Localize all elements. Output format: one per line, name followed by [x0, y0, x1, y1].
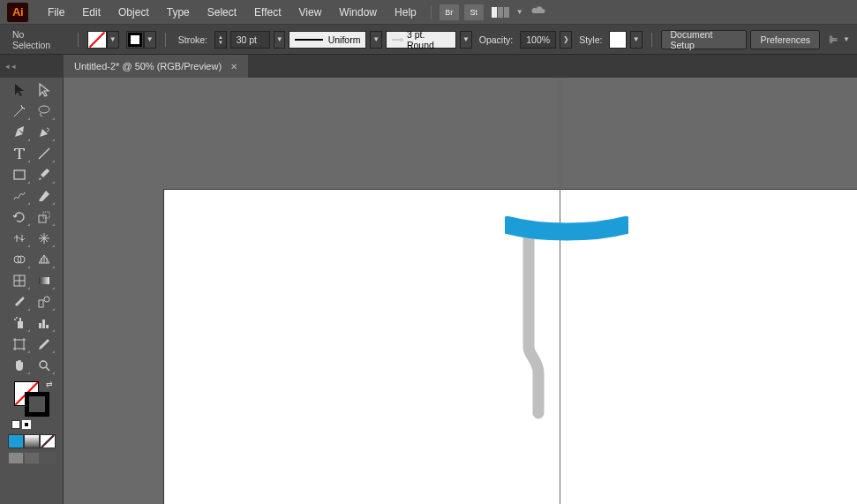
artboard-tool[interactable] — [7, 334, 32, 355]
pen-tool[interactable] — [7, 122, 32, 143]
variable-width-profile[interactable]: Uniform — [289, 31, 366, 49]
chevron-down-icon[interactable]: ▼ — [843, 35, 850, 43]
type-tool[interactable] — [7, 143, 32, 164]
svg-point-12 — [40, 361, 47, 368]
stroke-weight-value[interactable]: 30 pt — [230, 31, 270, 49]
menu-object[interactable]: Object — [109, 3, 158, 22]
menu-select[interactable]: Select — [199, 3, 245, 22]
stroke-control[interactable]: ▼ — [126, 31, 156, 49]
menu-file[interactable]: File — [39, 3, 73, 22]
column-graph-tool[interactable] — [32, 312, 56, 334]
menu-window[interactable]: Window — [330, 3, 386, 22]
canvas[interactable] — [64, 78, 857, 504]
shape-builder-tool[interactable] — [7, 249, 32, 270]
stroke-indicator[interactable] — [25, 392, 49, 417]
selection-status: No Selection — [7, 29, 69, 50]
color-mode-color[interactable] — [8, 434, 24, 448]
menu-view[interactable]: View — [290, 3, 331, 22]
line-segment-tool[interactable] — [32, 143, 56, 164]
fill-control[interactable]: ▼ — [87, 31, 119, 49]
control-bar: No Selection ▼ ▼ Stroke: 30 pt ▼ Uniform… — [0, 25, 857, 55]
stroke-dropdown[interactable]: ▼ — [144, 31, 156, 49]
scale-tool[interactable] — [32, 207, 56, 228]
selection-tool[interactable] — [7, 79, 32, 101]
svg-rect-1 — [39, 215, 46, 222]
sync-settings-icon[interactable] — [530, 4, 546, 19]
menu-help[interactable]: Help — [386, 3, 425, 22]
default-fill-stroke[interactable] — [11, 420, 31, 429]
zoom-tool[interactable] — [32, 355, 56, 376]
opacity-value[interactable]: 100% — [520, 31, 556, 49]
document-setup-button[interactable]: Document Setup — [661, 30, 748, 49]
brush-preview-icon — [392, 34, 402, 45]
brush-dropdown[interactable]: ▼ — [460, 31, 472, 49]
artwork-blue-path[interactable] — [505, 216, 628, 243]
perspective-grid-tool[interactable] — [32, 249, 56, 270]
tab-title: Untitled-2* @ 50% (RGB/Preview) — [74, 61, 222, 71]
arrange-documents-icon[interactable] — [492, 7, 509, 18]
menu-edit[interactable]: Edit — [73, 3, 109, 22]
close-tab-icon[interactable]: ✕ — [230, 62, 237, 71]
stroke-label[interactable]: Stroke: — [175, 34, 211, 45]
align-to-icon[interactable]: ⊫ — [829, 34, 838, 46]
stock-icon[interactable]: St — [464, 4, 484, 20]
shaper-tool[interactable] — [7, 185, 32, 207]
slice-tool[interactable] — [32, 334, 56, 355]
width-tool[interactable] — [7, 228, 32, 249]
hand-tool[interactable] — [7, 355, 32, 376]
style-swatch[interactable] — [609, 31, 626, 49]
chevron-down-icon[interactable]: ▼ — [516, 8, 523, 16]
draw-inside[interactable] — [40, 452, 56, 464]
free-transform-tool[interactable] — [32, 228, 56, 249]
stroke-swatch[interactable] — [126, 31, 144, 49]
blend-tool[interactable] — [32, 291, 56, 312]
menu-effect[interactable]: Effect — [245, 3, 289, 22]
rectangle-tool[interactable] — [7, 164, 32, 185]
svg-point-8 — [44, 297, 49, 302]
swap-fill-stroke-icon[interactable]: ⇄ — [46, 380, 53, 388]
preferences-button[interactable]: Preferences — [750, 30, 820, 49]
artwork-grey-path[interactable] — [521, 232, 556, 426]
lasso-tool[interactable] — [32, 101, 56, 122]
divider — [431, 5, 432, 19]
eraser-tool[interactable] — [32, 185, 56, 207]
color-mode-none[interactable] — [40, 434, 56, 448]
style-dropdown[interactable]: ▼ — [630, 31, 643, 49]
profile-label: Uniform — [328, 34, 361, 45]
draw-behind[interactable] — [24, 452, 40, 464]
paintbrush-tool[interactable] — [32, 164, 56, 185]
rotate-tool[interactable] — [7, 207, 32, 228]
stroke-weight-dropdown[interactable]: ▼ — [274, 31, 286, 49]
profile-dropdown[interactable]: ▼ — [370, 31, 382, 49]
fill-stroke-control[interactable]: ⇄ — [14, 381, 49, 417]
svg-rect-6 — [39, 277, 49, 284]
panel-collapse-handle[interactable]: ◂◂ — [0, 55, 64, 78]
bridge-icon[interactable]: Br — [440, 4, 459, 20]
draw-normal[interactable] — [8, 452, 24, 464]
stroke-preview-icon — [295, 39, 322, 41]
direct-selection-tool[interactable] — [32, 79, 56, 101]
fill-swatch[interactable] — [87, 31, 107, 49]
style-label[interactable]: Style: — [575, 34, 605, 45]
app-logo: Ai — [7, 3, 28, 22]
brush-definition[interactable]: 3 pt. Round — [386, 31, 456, 49]
opacity-label[interactable]: Opacity: — [476, 34, 517, 45]
svg-rect-11 — [15, 340, 24, 349]
color-mode-gradient[interactable] — [24, 434, 40, 448]
symbol-sprayer-tool[interactable] — [7, 312, 32, 334]
draw-mode-row — [8, 452, 56, 464]
color-mode-row — [8, 434, 56, 448]
document-tab[interactable]: Untitled-2* @ 50% (RGB/Preview) ✕ — [64, 55, 249, 78]
document-tabs: ◂◂ Untitled-2* @ 50% (RGB/Preview) ✕ — [0, 55, 857, 78]
curvature-tool[interactable] — [32, 122, 56, 143]
menu-bar: Ai File Edit Object Type Select Effect V… — [0, 0, 857, 25]
eyedropper-tool[interactable] — [7, 291, 32, 312]
gradient-tool[interactable] — [32, 270, 56, 291]
magic-wand-tool[interactable] — [7, 101, 32, 122]
divider — [165, 33, 166, 47]
opacity-dropdown[interactable]: ❯ — [560, 31, 572, 49]
menu-type[interactable]: Type — [158, 3, 199, 22]
stroke-weight-stepper[interactable] — [214, 31, 227, 49]
mesh-tool[interactable] — [7, 270, 32, 291]
fill-dropdown[interactable]: ▼ — [107, 31, 119, 49]
